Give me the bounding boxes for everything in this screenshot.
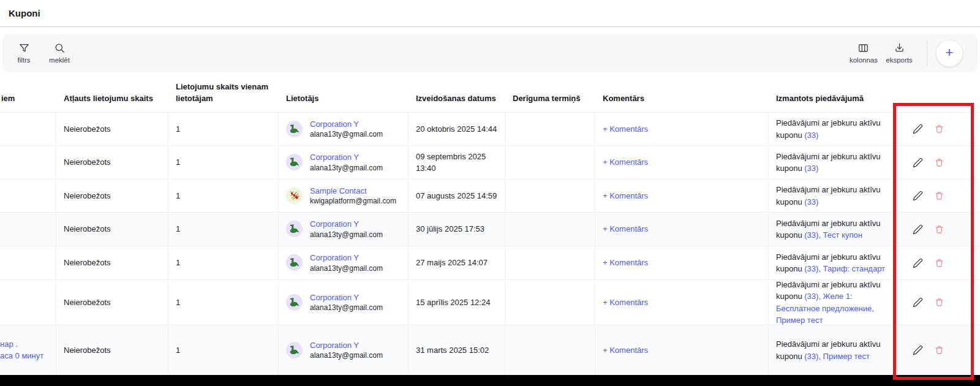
edit-pencil-icon[interactable] (913, 258, 923, 268)
offer-count-link[interactable]: (33) (804, 197, 818, 206)
coupon-name-cell (0, 112, 56, 145)
comment-cell: + Komentārs (595, 112, 769, 145)
export-button[interactable]: eksports (881, 42, 917, 64)
user-name-link[interactable]: Corporation Y (310, 340, 383, 351)
offer-count-link[interactable]: (33) (804, 292, 818, 301)
created-date-cell: 07 augusts 2025 14:59 (409, 179, 505, 212)
created-date-cell: 15 aprīlis 2025 12:24 (409, 279, 505, 325)
coupon-name-cell (0, 212, 56, 246)
edit-pencil-icon[interactable] (913, 124, 923, 134)
dino-avatar-icon (286, 342, 303, 358)
user-name-link[interactable]: Corporation Y (310, 219, 383, 230)
comment-cell: + Komentārs (595, 179, 769, 212)
edit-pencil-icon[interactable] (913, 191, 923, 201)
offer-link[interactable]: , Тариф: стандарт (818, 264, 885, 273)
coupon-name-cell (0, 145, 56, 179)
user-cell: Corporation Y alana13ty@gmail.com (279, 212, 409, 246)
delete-trash-icon[interactable] (934, 157, 944, 168)
add-comment-link[interactable]: + Komentārs (603, 223, 648, 235)
ant-avatar-icon (286, 187, 303, 204)
header-validity: Derīguma termiņš (505, 77, 595, 112)
columns-label: kolonnas (850, 56, 878, 64)
uses-per-user-cell: 1 (168, 279, 279, 325)
filter-label: filtrs (17, 56, 30, 64)
table-row: Neierobežots 1 Corporation Y alana13ty@g… (0, 279, 980, 325)
columns-button[interactable]: kolonnas (846, 42, 881, 64)
user-cell: Corporation Y alana13ty@gmail.com (279, 145, 409, 179)
actions-cell (895, 179, 980, 212)
add-button[interactable]: + (936, 40, 963, 67)
filter-funnel-icon (18, 42, 30, 54)
validity-cell (505, 325, 595, 375)
edit-pencil-icon[interactable] (913, 157, 923, 168)
edit-pencil-icon[interactable] (913, 224, 923, 235)
search-label: meklēt (49, 56, 70, 64)
dino-avatar-icon (286, 154, 303, 170)
user-name-link[interactable]: Sample Contact (310, 186, 396, 197)
add-comment-link[interactable]: + Komentārs (603, 344, 648, 357)
uses-per-user-cell: 1 (168, 145, 279, 179)
header-comment: Komentārs (595, 77, 769, 112)
comment-cell: + Komentārs (595, 246, 769, 279)
user-cell: Sample Contact kwigaplatform@gmail.com (279, 179, 409, 212)
delete-trash-icon[interactable] (934, 124, 944, 134)
uses-per-user-cell: 1 (168, 246, 279, 279)
actions-cell (895, 212, 980, 246)
dino-avatar-icon (286, 294, 303, 311)
table-header-row: iem Atļauts lietojumu skaits Lietojumu s… (0, 77, 980, 112)
comment-cell: + Komentārs (595, 325, 769, 375)
offer-link[interactable]: , Тест купон (818, 230, 862, 240)
page-title: Kuponi (9, 8, 40, 18)
bottom-black-bar (0, 375, 980, 386)
delete-trash-icon[interactable] (934, 297, 944, 308)
created-date-cell: 31 marts 2025 15:02 (409, 325, 505, 375)
user-email: alana13ty@gmail.com (310, 230, 383, 240)
created-date-cell: 30 jūlijs 2025 17:53 (409, 212, 505, 246)
user-email: alana13ty@gmail.com (310, 263, 383, 273)
offer-count-link[interactable]: (33) (804, 352, 818, 361)
dino-avatar-icon (286, 254, 303, 271)
offer-link[interactable]: , Пример тест (818, 352, 870, 361)
delete-trash-icon[interactable] (934, 345, 944, 355)
page: Kuponi filtrs meklēt (0, 0, 980, 386)
delete-trash-icon[interactable] (934, 224, 944, 235)
edit-pencil-icon[interactable] (913, 345, 923, 355)
table-row: Neierobežots 1 Corporation Y alana13ty@g… (0, 112, 980, 145)
offer-count-link[interactable]: (33) (804, 264, 818, 273)
filter-button[interactable]: filtrs (6, 42, 42, 64)
user-email: alana13ty@gmail.com (310, 129, 383, 139)
validity-cell (505, 279, 595, 325)
coupon-name-cell: нар . аса 0 минут (0, 325, 56, 375)
user-cell: Corporation Y alana13ty@gmail.com (279, 112, 409, 145)
delete-trash-icon[interactable] (934, 191, 944, 201)
user-email: kwigaplatform@gmail.com (310, 196, 396, 206)
dino-avatar-icon (286, 221, 303, 237)
plus-icon: + (946, 46, 954, 59)
allowed-uses-cell: Neierobežots (56, 179, 168, 212)
add-comment-link[interactable]: + Komentārs (603, 156, 648, 168)
comment-cell: + Komentārs (595, 145, 769, 179)
user-name-link[interactable]: Corporation Y (310, 119, 383, 130)
allowed-uses-cell: Neierobežots (56, 112, 168, 145)
user-name-link[interactable]: Corporation Y (310, 252, 383, 263)
offer-count-link[interactable]: (33) (804, 131, 818, 140)
add-comment-link[interactable]: + Komentārs (603, 297, 648, 309)
coupon-name-link-truncated[interactable]: нар . аса 0 минут (0, 339, 43, 362)
edit-pencil-icon[interactable] (913, 297, 923, 308)
comment-cell: + Komentārs (595, 279, 769, 325)
created-date-cell: 27 maijs 2025 14:07 (409, 246, 505, 279)
header-created-date: Izveidošanas datums (409, 77, 505, 112)
search-button[interactable]: meklēt (42, 42, 77, 64)
allowed-uses-cell: Neierobežots (56, 325, 168, 375)
user-name-link[interactable]: Corporation Y (310, 292, 383, 303)
add-comment-link[interactable]: + Komentārs (603, 123, 648, 135)
add-comment-link[interactable]: + Komentārs (603, 190, 648, 202)
delete-trash-icon[interactable] (934, 258, 944, 268)
toolbar-right-group: kolonnas eksports + (846, 34, 974, 72)
offer-count-link[interactable]: (33) (804, 230, 818, 240)
download-icon (894, 42, 905, 54)
add-comment-link[interactable]: + Komentārs (603, 257, 648, 269)
offer-count-link[interactable]: (33) (804, 164, 818, 173)
user-name-link[interactable]: Corporation Y (310, 152, 383, 163)
used-in-offer-cell: Piedāvājumi ar jebkuru aktīvu kuponu (33… (769, 112, 895, 145)
